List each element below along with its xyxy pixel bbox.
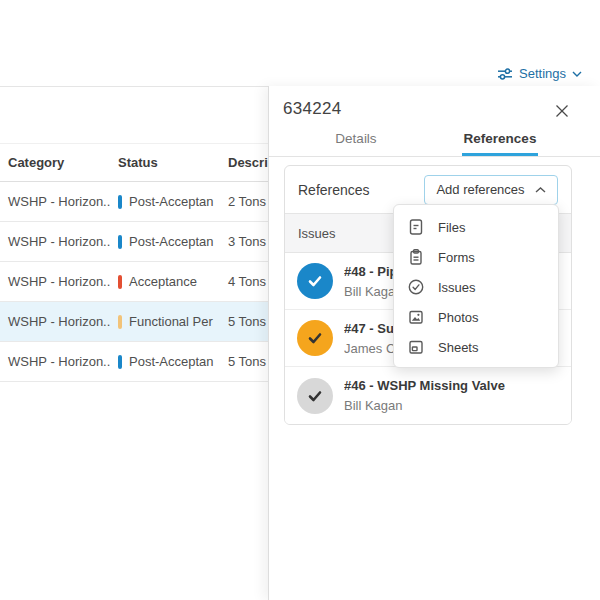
- category-cell: WSHP - Horizon...: [0, 354, 110, 369]
- add-references-menu: Files Forms Issues: [393, 204, 559, 368]
- record-id-title: 634224: [283, 99, 342, 119]
- category-cell: WSHP - Horizon...: [0, 194, 110, 209]
- category-cell: WSHP - Horizon...: [0, 274, 110, 289]
- column-header-category: Category: [0, 155, 110, 170]
- status-label: Post-Acceptan: [129, 234, 214, 249]
- chevron-down-icon: [572, 71, 582, 77]
- drawer-tabs: Details References: [284, 124, 572, 156]
- menu-item-label: Photos: [438, 310, 478, 325]
- issue-check-avatar: [297, 263, 333, 299]
- tab-references[interactable]: References: [428, 124, 572, 156]
- menu-item-files[interactable]: Files: [394, 212, 558, 242]
- close-drawer-button[interactable]: [552, 101, 572, 121]
- status-cell: Post-Acceptan: [110, 234, 220, 249]
- menu-item-issues[interactable]: Issues: [394, 272, 558, 302]
- status-cell: Post-Acceptan: [110, 354, 220, 369]
- menu-item-forms[interactable]: Forms: [394, 242, 558, 272]
- issue-title: #46 - WSHP Missing Valve: [344, 378, 505, 393]
- status-label: Post-Acceptan: [129, 354, 214, 369]
- menu-item-label: Files: [438, 220, 465, 235]
- category-cell: WSHP - Horizon...: [0, 234, 110, 249]
- column-header-status: Status: [110, 155, 220, 170]
- settings-label: Settings: [519, 66, 566, 81]
- issue-check-avatar: [297, 378, 333, 414]
- chevron-up-icon: [535, 187, 546, 193]
- file-icon: [407, 218, 425, 236]
- menu-item-label: Issues: [438, 280, 476, 295]
- issue-assignee: Bill Kagan: [344, 398, 505, 413]
- issue-list-item[interactable]: #46 - WSHP Missing Valve Bill Kagan: [285, 367, 571, 424]
- settings-button[interactable]: Settings: [493, 64, 586, 83]
- sheet-icon: [407, 338, 425, 356]
- add-references-label: Add references: [436, 182, 524, 197]
- status-label: Functional Per: [129, 314, 213, 329]
- menu-item-sheets[interactable]: Sheets: [394, 332, 558, 362]
- tabs-divider: [269, 156, 600, 157]
- check-icon: [305, 271, 325, 291]
- status-color-bar: [118, 195, 122, 209]
- tab-details-label: Details: [333, 131, 378, 156]
- close-icon: [554, 103, 570, 119]
- menu-item-label: Forms: [438, 250, 475, 265]
- menu-item-label: Sheets: [438, 340, 478, 355]
- issue-icon: [407, 278, 425, 296]
- references-heading: References: [298, 182, 370, 198]
- tab-references-label: References: [462, 131, 539, 156]
- status-color-bar: [118, 235, 122, 249]
- detail-drawer: 634224 Details References References Add…: [268, 86, 600, 600]
- issues-section-label: Issues: [298, 226, 336, 241]
- status-label: Post-Acceptan: [129, 194, 214, 209]
- status-cell: Post-Acceptan: [110, 194, 220, 209]
- status-color-bar: [118, 355, 122, 369]
- form-icon: [407, 248, 425, 266]
- status-color-bar: [118, 275, 122, 289]
- menu-item-photos[interactable]: Photos: [394, 302, 558, 332]
- add-references-button[interactable]: Add references: [424, 175, 558, 205]
- status-color-bar: [118, 315, 122, 329]
- status-label: Acceptance: [129, 274, 197, 289]
- tab-details[interactable]: Details: [284, 124, 428, 156]
- status-cell: Acceptance: [110, 274, 220, 289]
- issue-check-avatar: [297, 320, 333, 356]
- photo-icon: [407, 308, 425, 326]
- status-cell: Functional Per: [110, 314, 220, 329]
- issue-text: #46 - WSHP Missing Valve Bill Kagan: [344, 378, 505, 413]
- category-cell: WSHP - Horizon...: [0, 314, 110, 329]
- check-icon: [305, 328, 325, 348]
- check-icon: [305, 386, 325, 406]
- sliders-icon: [497, 67, 513, 81]
